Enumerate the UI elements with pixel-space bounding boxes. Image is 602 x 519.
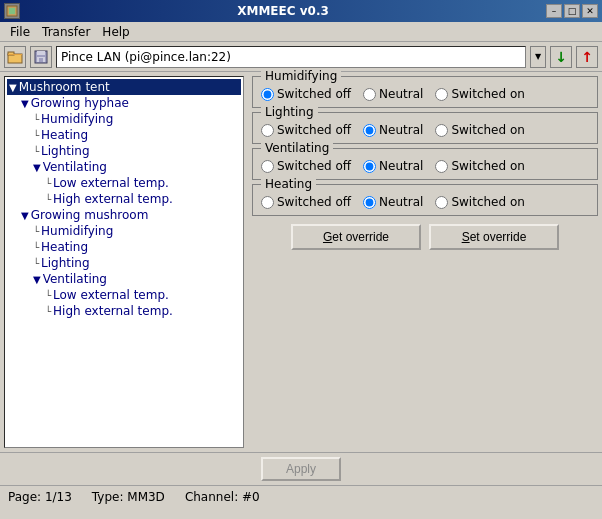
window-controls[interactable]: – □ ✕: [546, 4, 598, 18]
section-ventilating-label: Ventilating: [261, 141, 333, 155]
toolbar: Pince LAN (pi@pince.lan:22) ▼ ↓ ↑: [0, 42, 602, 72]
tree-item-label: High external temp.: [53, 304, 173, 318]
radio-label: Switched on: [451, 195, 524, 209]
radio-label: Switched on: [451, 123, 524, 137]
radio-label: Switched on: [451, 87, 524, 101]
humidifying-switched-off[interactable]: Switched off: [261, 87, 351, 101]
folder-open-button[interactable]: [4, 46, 26, 68]
connection-dropdown[interactable]: ▼: [530, 46, 546, 68]
tree-item-humidifying-1[interactable]: └ Humidifying: [7, 111, 241, 127]
window-title: XMMEEC v0.3: [20, 4, 546, 18]
toggle-icon: ▼: [9, 82, 17, 93]
ventilating-neutral[interactable]: Neutral: [363, 159, 423, 173]
radio-label: Neutral: [379, 159, 423, 173]
right-panel: Humidifying Switched off Neutral Switche…: [248, 72, 602, 452]
status-type: Type: MM3D: [92, 490, 165, 504]
svg-rect-4: [8, 54, 22, 55]
tree-item-mushroom-tent[interactable]: ▼ Mushroom tent: [7, 79, 241, 95]
minimize-button[interactable]: –: [546, 4, 562, 18]
tree-item-heating-1[interactable]: └ Heating: [7, 127, 241, 143]
heating-neutral[interactable]: Neutral: [363, 195, 423, 209]
ventilating-radio-group: Switched off Neutral Switched on: [261, 157, 589, 173]
humidifying-switched-on[interactable]: Switched on: [435, 87, 524, 101]
section-lighting: Lighting Switched off Neutral Switched o…: [252, 112, 598, 144]
download-button[interactable]: ↓: [550, 46, 572, 68]
leaf-line-icon: └: [45, 178, 51, 189]
connection-field[interactable]: Pince LAN (pi@pince.lan:22): [56, 46, 526, 68]
connection-text: Pince LAN (pi@pince.lan:22): [61, 50, 231, 64]
tree-item-growing-mushroom[interactable]: ▼ Growing mushroom: [7, 207, 241, 223]
tree-item-low-ext-2[interactable]: └ Low external temp.: [7, 287, 241, 303]
leaf-line-icon: └: [45, 306, 51, 317]
radio-label: Switched off: [277, 87, 351, 101]
get-override-button[interactable]: Get override: [291, 224, 421, 250]
save-button[interactable]: [30, 46, 52, 68]
section-humidifying-label: Humidifying: [261, 69, 341, 83]
radio-label: Neutral: [379, 195, 423, 209]
title-bar: XMMEEC v0.3 – □ ✕: [0, 0, 602, 22]
tree-item-growing-hyphae[interactable]: ▼ Growing hyphae: [7, 95, 241, 111]
lighting-switched-off[interactable]: Switched off: [261, 123, 351, 137]
toggle-icon: ▼: [21, 98, 29, 109]
close-button[interactable]: ✕: [582, 4, 598, 18]
radio-label: Neutral: [379, 123, 423, 137]
leaf-line-icon: └: [45, 290, 51, 301]
app-icon: [4, 3, 20, 19]
get-override-label: Get override: [323, 230, 389, 244]
main-content: ▼ Mushroom tent ▼ Growing hyphae └ Humid…: [0, 72, 602, 452]
set-override-label: Set override: [462, 230, 527, 244]
section-lighting-label: Lighting: [261, 105, 318, 119]
tree-item-label: Heating: [41, 128, 88, 142]
tree-item-ventilating-1[interactable]: ▼ Ventilating: [7, 159, 241, 175]
menu-help[interactable]: Help: [96, 23, 135, 41]
tree-item-lighting-2[interactable]: └ Lighting: [7, 255, 241, 271]
tree-item-label: High external temp.: [53, 192, 173, 206]
status-bar: Page: 1/13 Type: MM3D Channel: #0: [0, 485, 602, 507]
toggle-icon: ▼: [33, 162, 41, 173]
lighting-switched-on[interactable]: Switched on: [435, 123, 524, 137]
radio-label: Switched off: [277, 195, 351, 209]
heating-switched-on[interactable]: Switched on: [435, 195, 524, 209]
radio-label: Neutral: [379, 87, 423, 101]
menu-file[interactable]: File: [4, 23, 36, 41]
radio-label: Switched off: [277, 159, 351, 173]
upload-button[interactable]: ↑: [576, 46, 598, 68]
menu-transfer[interactable]: Transfer: [36, 23, 96, 41]
tree-item-lighting-1[interactable]: └ Lighting: [7, 143, 241, 159]
tree-item-label: Humidifying: [41, 224, 113, 238]
tree-item-heating-2[interactable]: └ Heating: [7, 239, 241, 255]
leaf-line-icon: └: [33, 226, 39, 237]
lighting-radio-group: Switched off Neutral Switched on: [261, 121, 589, 137]
leaf-line-icon: └: [33, 114, 39, 125]
tree-item-high-ext-1[interactable]: └ High external temp.: [7, 191, 241, 207]
section-heating: Heating Switched off Neutral Switched on: [252, 184, 598, 216]
tree-item-label: Humidifying: [41, 112, 113, 126]
tree-item-label: Growing mushroom: [31, 208, 149, 222]
heating-radio-group: Switched off Neutral Switched on: [261, 193, 589, 209]
leaf-line-icon: └: [45, 194, 51, 205]
lighting-neutral[interactable]: Neutral: [363, 123, 423, 137]
tree-item-ventilating-2[interactable]: ▼ Ventilating: [7, 271, 241, 287]
set-override-button[interactable]: Set override: [429, 224, 559, 250]
tree-item-humidifying-2[interactable]: └ Humidifying: [7, 223, 241, 239]
tree-item-high-ext-2[interactable]: └ High external temp.: [7, 303, 241, 319]
toggle-icon: ▼: [21, 210, 29, 221]
apply-area: Apply: [0, 452, 602, 485]
section-ventilating: Ventilating Switched off Neutral Switche…: [252, 148, 598, 180]
tree-item-low-ext-1[interactable]: └ Low external temp.: [7, 175, 241, 191]
leaf-line-icon: └: [33, 130, 39, 141]
humidifying-neutral[interactable]: Neutral: [363, 87, 423, 101]
apply-button[interactable]: Apply: [261, 457, 341, 481]
ventilating-switched-off[interactable]: Switched off: [261, 159, 351, 173]
svg-rect-6: [37, 51, 45, 55]
radio-label: Switched off: [277, 123, 351, 137]
tree-item-label: Lighting: [41, 256, 90, 270]
tree-item-label: Ventilating: [43, 160, 107, 174]
status-page: Page: 1/13: [8, 490, 72, 504]
ventilating-switched-on[interactable]: Switched on: [435, 159, 524, 173]
heating-switched-off[interactable]: Switched off: [261, 195, 351, 209]
menu-bar: File Transfer Help: [0, 22, 602, 42]
maximize-button[interactable]: □: [564, 4, 580, 18]
tree-item-label: Lighting: [41, 144, 90, 158]
leaf-line-icon: └: [33, 242, 39, 253]
